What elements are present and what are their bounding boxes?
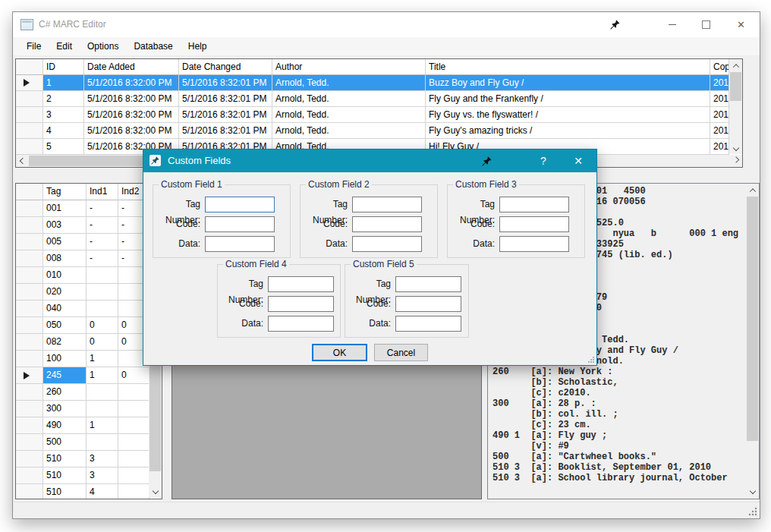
grid-cell[interactable]: 2 [43, 91, 84, 107]
row-header-cell[interactable] [16, 234, 43, 250]
row-header-cell[interactable] [16, 367, 43, 384]
row-header-cell[interactable] [16, 351, 43, 367]
grid-cell[interactable]: 5/1/2016 8:32:01 PM [179, 107, 272, 123]
row-header-cell[interactable] [16, 217, 43, 234]
row-header-cell[interactable] [16, 91, 43, 107]
grid-cell[interactable]: 5 [43, 139, 84, 155]
grid-cell[interactable]: 5/1/2016 8:32:01 PM [179, 123, 272, 139]
grid-cell[interactable]: 510 [43, 484, 87, 499]
custom-field-4-tag-number-input[interactable] [268, 276, 334, 292]
table-row[interactable]: 300 [16, 401, 162, 417]
menu-item-help[interactable]: Help [181, 37, 215, 55]
grid-cell[interactable]: 1 [87, 417, 118, 434]
table-row[interactable]: 020 [16, 284, 162, 301]
grid-cell[interactable]: 0 [87, 334, 118, 351]
grid-cell[interactable] [87, 401, 118, 417]
grid-cell[interactable]: 008 [43, 250, 87, 267]
grid-cell[interactable]: 4 [43, 123, 84, 139]
grid-cell[interactable]: Fly Guy and the Frankenfly / [426, 91, 710, 107]
column-header-id[interactable]: ID [43, 59, 84, 75]
custom-field-1-code-input[interactable] [205, 216, 275, 232]
grid-cell[interactable]: 2010 [710, 139, 729, 155]
grid-cell[interactable]: Arnold, Tedd. [272, 91, 426, 107]
table-row[interactable]: 5104 [16, 484, 162, 499]
row-header-cell[interactable] [16, 284, 43, 301]
table-row[interactable]: 040 [16, 301, 162, 317]
row-header-cell[interactable] [16, 107, 43, 123]
records-grid-vscrollbar[interactable] [729, 59, 742, 154]
pin-button[interactable] [598, 12, 632, 36]
ok-button[interactable]: OK [312, 344, 367, 361]
grid-cell[interactable] [87, 301, 118, 317]
maximize-button[interactable] [689, 12, 723, 36]
column-header-ind1[interactable]: Ind1 [87, 184, 118, 200]
grid-cell[interactable]: 5/1/2016 8:32:00 PM [84, 75, 179, 91]
grid-cell[interactable]: 4 [87, 484, 118, 499]
grid-cell[interactable]: 245 [43, 367, 87, 384]
grid-cell[interactable]: 1 [87, 351, 118, 367]
grid-cell[interactable]: 040 [43, 301, 87, 317]
row-header-cell[interactable] [16, 384, 43, 401]
table-row[interactable]: 24510 [16, 367, 162, 384]
row-header-cell[interactable] [16, 317, 43, 334]
grid-cell[interactable] [87, 384, 118, 401]
row-header-cell[interactable] [16, 484, 43, 499]
table-row[interactable]: 25/1/2016 8:32:00 PM5/1/2016 8:32:01 PMA… [16, 91, 742, 107]
table-row[interactable]: 5103 [16, 451, 162, 467]
grid-cell[interactable] [118, 484, 149, 499]
grid-cell[interactable]: 003 [43, 217, 87, 234]
column-header-author[interactable]: Author [272, 59, 426, 75]
table-row[interactable]: 5103 [16, 467, 162, 484]
grid-cell[interactable]: 001 [43, 200, 87, 217]
column-header-cop[interactable]: Cop [710, 59, 729, 75]
dialog-resize-grip-icon[interactable] [587, 356, 595, 364]
menu-item-file[interactable]: File [19, 37, 49, 55]
grid-cell[interactable]: Fly Guy's amazing tricks / [426, 123, 710, 139]
grid-cell[interactable]: 050 [43, 317, 87, 334]
table-row[interactable]: 08200 [16, 334, 162, 351]
grid-cell[interactable]: - [87, 200, 118, 217]
grid-cell[interactable] [118, 467, 149, 484]
grid-cell[interactable]: 2010 [710, 91, 729, 107]
grid-cell[interactable]: 0 [118, 367, 149, 384]
table-row[interactable]: 05000 [16, 317, 162, 334]
grid-cell[interactable] [87, 267, 118, 284]
close-button[interactable]: ✕ [724, 12, 758, 36]
table-row[interactable]: 010 [16, 267, 162, 284]
grid-cell[interactable]: 2010 [710, 107, 729, 123]
custom-field-5-tag-number-input[interactable] [395, 276, 461, 292]
grid-cell[interactable] [118, 384, 149, 401]
grid-cell[interactable]: 1 [43, 75, 84, 91]
resize-grip-icon[interactable] [748, 507, 757, 516]
grid-cell[interactable]: 3 [87, 451, 118, 467]
row-header-cell[interactable] [16, 434, 43, 451]
table-row[interactable]: 15/1/2016 8:32:00 PM5/1/2016 8:32:01 PMA… [16, 75, 742, 91]
grid-cell[interactable] [87, 284, 118, 301]
row-header-cell[interactable] [16, 451, 43, 467]
grid-cell[interactable]: 5/1/2016 8:32:01 PM [179, 91, 272, 107]
dialog-help-button[interactable]: ? [526, 150, 561, 172]
custom-field-2-tag-number-input[interactable] [352, 197, 422, 212]
grid-cell[interactable] [118, 417, 149, 434]
grid-corner-cell[interactable] [16, 59, 43, 75]
grid-cell[interactable]: 082 [43, 334, 87, 351]
grid-cell[interactable]: 1 [87, 367, 118, 384]
grid-cell[interactable] [118, 434, 149, 451]
menu-item-options[interactable]: Options [80, 37, 126, 55]
row-header-cell[interactable] [16, 200, 43, 217]
grid-cell[interactable]: - [87, 217, 118, 234]
cancel-button[interactable]: Cancel [374, 344, 428, 361]
grid-cell[interactable]: 500 [43, 434, 87, 451]
custom-field-5-code-input[interactable] [395, 296, 461, 312]
custom-field-4-code-input[interactable] [268, 296, 334, 312]
row-header-cell[interactable] [16, 401, 43, 417]
grid-cell[interactable]: 005 [43, 234, 87, 250]
grid-cell[interactable]: - [87, 250, 118, 267]
row-header-cell[interactable] [16, 334, 43, 351]
row-header-cell[interactable] [16, 123, 43, 139]
table-row[interactable]: 4901 [16, 417, 162, 434]
custom-field-3-data-input[interactable] [499, 236, 569, 252]
grid-cell[interactable]: Buzz Boy and Fly Guy / [426, 75, 710, 91]
grid-cell[interactable]: Fly Guy vs. the flyswatter! / [426, 107, 710, 123]
column-header-title[interactable]: Title [426, 59, 710, 75]
